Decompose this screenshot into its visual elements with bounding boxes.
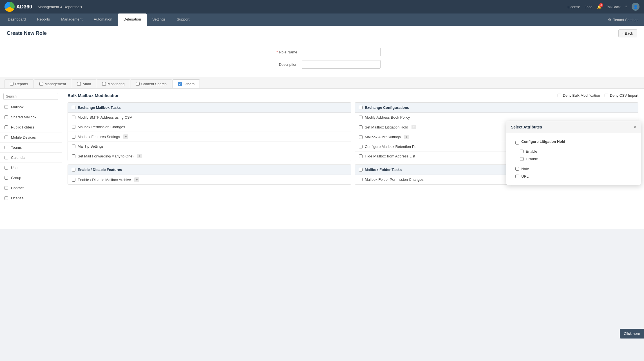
- mobile-devices-checkbox[interactable]: [5, 136, 8, 139]
- enable-disable-card: Enable / Disable Features Enable / Disab…: [68, 164, 351, 185]
- cat-tab-content-search[interactable]: Content Search: [131, 79, 172, 88]
- cat-tab-reports[interactable]: Reports: [5, 79, 33, 88]
- modal-body: Configure Litigation Hold Enable Disable…: [506, 133, 641, 185]
- modify-smtp-checkbox[interactable]: [72, 116, 75, 119]
- cat-others-checkbox[interactable]: ✓: [178, 82, 182, 86]
- bulk-section-title: Bulk Mailbox Modification: [68, 93, 120, 98]
- cat-tab-management[interactable]: Management: [34, 79, 71, 88]
- tab-automation[interactable]: Automation: [88, 13, 118, 26]
- tab-management[interactable]: Management: [55, 13, 88, 26]
- license-checkbox[interactable]: [5, 196, 8, 200]
- calendar-checkbox[interactable]: [5, 156, 8, 159]
- license-link[interactable]: License: [567, 5, 580, 9]
- cat-audit-checkbox[interactable]: [77, 82, 81, 86]
- task-modify-smtp: Modify SMTP Address using CSV: [68, 113, 351, 122]
- sidebar-item-user[interactable]: User: [0, 163, 62, 173]
- mail-forwarding-expand[interactable]: +: [137, 154, 142, 158]
- public-folders-checkbox[interactable]: [5, 125, 8, 129]
- enable-checkbox[interactable]: [520, 150, 524, 153]
- enable-disable-select-all[interactable]: [72, 168, 75, 172]
- page-header: Create New Role ‹ Back: [0, 26, 644, 41]
- cat-management-checkbox[interactable]: [39, 82, 43, 86]
- cat-tab-others[interactable]: ✓ Others: [173, 79, 200, 88]
- chevron-left-icon: ‹: [623, 31, 624, 35]
- mailbox-features-checkbox[interactable]: [72, 135, 75, 139]
- user-checkbox[interactable]: [5, 166, 8, 170]
- avatar[interactable]: 👤: [632, 3, 639, 11]
- help-link[interactable]: ?: [625, 5, 627, 9]
- deny-controls: Deny Bulk Modification Deny CSV Import: [558, 93, 638, 98]
- sidebar-item-contact[interactable]: Contact: [0, 183, 62, 193]
- jobs-link[interactable]: Jobs: [585, 5, 592, 9]
- cat-tab-audit[interactable]: Audit: [72, 79, 96, 88]
- exchange-mailbox-tasks-card: Exchange Mailbox Tasks Modify SMTP Addre…: [68, 102, 351, 161]
- cat-content-search-checkbox[interactable]: [136, 82, 140, 86]
- audit-settings-checkbox[interactable]: [359, 135, 363, 139]
- contact-checkbox[interactable]: [5, 186, 8, 190]
- sidebar-item-mobile-devices[interactable]: Mobile Devices: [0, 132, 62, 143]
- chevron-down-icon: ▾: [80, 5, 82, 9]
- exchange-mailbox-select-all[interactable]: [72, 106, 75, 109]
- cat-tab-monitoring[interactable]: Monitoring: [97, 79, 130, 88]
- cat-monitoring-checkbox[interactable]: [102, 82, 106, 86]
- cat-reports-checkbox[interactable]: [10, 82, 14, 86]
- back-button[interactable]: ‹ Back: [618, 29, 637, 37]
- sidebar-item-license[interactable]: License: [0, 193, 62, 203]
- task-mail-forwarding: Set Mail Forwarding(Many to One) +: [68, 151, 351, 161]
- form-area: * Role Name Description: [0, 41, 644, 77]
- sidebar-search-area: [0, 91, 62, 102]
- deny-csv-checkbox[interactable]: [605, 94, 608, 97]
- configure-litigation-checkbox[interactable]: [515, 141, 519, 145]
- note-checkbox[interactable]: [515, 167, 519, 171]
- url-checkbox[interactable]: [515, 175, 519, 178]
- sidebar-item-public-folders[interactable]: Public Folders: [0, 122, 62, 132]
- exchange-configs-select-all[interactable]: [359, 106, 363, 109]
- mailbox-archive-expand[interactable]: +: [134, 177, 139, 182]
- deny-bulk-checkbox[interactable]: [558, 94, 561, 97]
- mailbox-folder-select-all[interactable]: [359, 168, 363, 172]
- task-mailbox-archive: Enable / Disable Mailbox Archive +: [68, 175, 351, 184]
- notification-bell[interactable]: 🔔 3: [597, 5, 601, 9]
- tenant-settings-btn[interactable]: ⚙ Tenant Settings: [605, 13, 642, 26]
- mailbox-checkbox[interactable]: [5, 105, 8, 109]
- tab-dashboard[interactable]: Dashboard: [2, 13, 32, 26]
- audit-settings-expand[interactable]: +: [404, 135, 409, 139]
- management-reporting-menu[interactable]: Management & Reporting ▾: [38, 5, 82, 9]
- sidebar-item-mailbox[interactable]: Mailbox: [0, 102, 62, 112]
- address-book-checkbox[interactable]: [359, 116, 363, 119]
- mailbox-features-expand[interactable]: +: [123, 134, 128, 139]
- mail-forwarding-checkbox[interactable]: [72, 154, 75, 158]
- tab-reports[interactable]: Reports: [32, 13, 56, 26]
- group-checkbox[interactable]: [5, 176, 8, 180]
- task-mailbox-features: Mailbox Features Settings +: [68, 132, 351, 142]
- sidebar-search-input[interactable]: [3, 93, 58, 100]
- mailbox-archive-checkbox[interactable]: [72, 178, 75, 182]
- tab-support[interactable]: Support: [171, 13, 195, 26]
- litigation-hold-expand[interactable]: +: [412, 125, 416, 129]
- description-input[interactable]: [302, 60, 381, 69]
- deny-csv-label: Deny CSV Import: [610, 93, 638, 98]
- talkback-link[interactable]: TalkBack: [606, 5, 621, 9]
- hide-mailbox-checkbox[interactable]: [359, 154, 363, 158]
- mailbox-permission-checkbox[interactable]: [72, 125, 75, 129]
- folder-permission-checkbox[interactable]: [359, 178, 363, 181]
- mailtip-checkbox[interactable]: [72, 145, 75, 148]
- disable-checkbox[interactable]: [520, 157, 524, 161]
- shared-mailbox-checkbox[interactable]: [5, 115, 8, 119]
- sidebar-item-teams[interactable]: Teams: [0, 143, 62, 153]
- role-name-input[interactable]: [302, 48, 381, 56]
- notification-count: 3: [599, 3, 603, 7]
- sidebar-item-group[interactable]: Group: [0, 173, 62, 183]
- teams-checkbox[interactable]: [5, 146, 8, 149]
- category-tabs: Reports Management Audit Monitoring Cont…: [0, 77, 644, 89]
- retention-policy-checkbox[interactable]: [359, 145, 363, 148]
- tab-delegation[interactable]: Delegation: [118, 13, 147, 26]
- avatar-icon: 👤: [633, 5, 638, 9]
- litigation-hold-checkbox[interactable]: [359, 125, 363, 129]
- modal-section-title: Configure Litigation Hold: [521, 139, 565, 144]
- modal-close-button[interactable]: ×: [634, 125, 636, 130]
- gear-icon: ⚙: [608, 18, 611, 22]
- sidebar-item-calendar[interactable]: Calendar: [0, 153, 62, 163]
- tab-settings[interactable]: Settings: [147, 13, 171, 26]
- sidebar-item-shared-mailbox[interactable]: Shared Mailbox: [0, 112, 62, 122]
